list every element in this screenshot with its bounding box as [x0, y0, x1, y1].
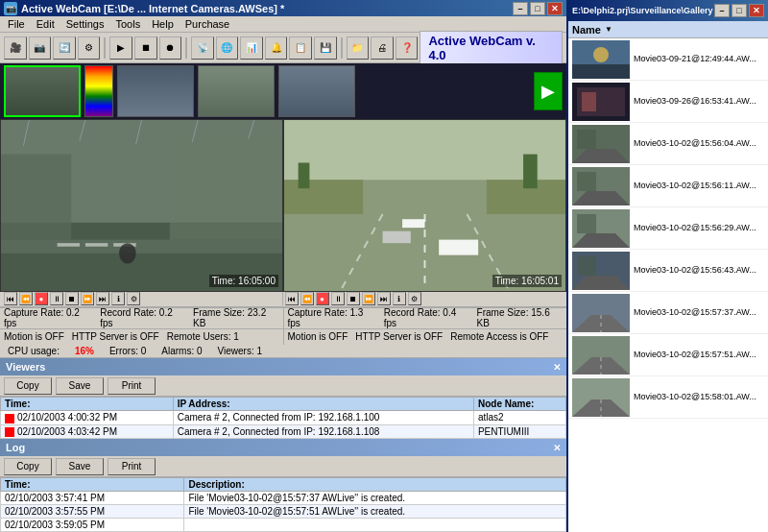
- pb2-prev-btn[interactable]: ⏮: [285, 292, 299, 305]
- pb-next-btn[interactable]: ⏭: [96, 292, 109, 305]
- svg-rect-41: [577, 214, 596, 233]
- menu-file[interactable]: File: [2, 16, 31, 32]
- strip-thumb-3[interactable]: [198, 65, 275, 117]
- camera-scene-right: Time: 16:05:01: [284, 120, 565, 291]
- pb-stop-btn[interactable]: ⏹: [65, 292, 79, 305]
- gallery-thumb: [572, 252, 630, 290]
- pb2-play-btn[interactable]: ●: [316, 292, 329, 305]
- playback-left: ⏮ ⏪ ● ⏸ ⏹ ⏩ ⏭ ℹ ⚙: [4, 292, 283, 305]
- toolbar-btn-12[interactable]: 📋: [289, 36, 312, 60]
- svg-rect-2: [1, 240, 282, 254]
- toolbar-btn-14[interactable]: 📁: [347, 36, 370, 60]
- menu-help[interactable]: Help: [146, 16, 180, 32]
- pb2-info-btn[interactable]: ℹ: [393, 292, 406, 305]
- gallery-column-header: Name ▼: [568, 21, 768, 38]
- gallery-minimize-btn[interactable]: –: [714, 4, 730, 17]
- viewers-section: Viewers ✕ Copy Save Print Time: IP Addre…: [0, 358, 566, 439]
- cam-right-http: HTTP Server is OFF: [355, 331, 443, 342]
- viewers-save-btn[interactable]: Save: [56, 377, 104, 395]
- gallery-item[interactable]: Movie03-09-21@12:49:44.AW...: [568, 38, 768, 81]
- toolbar-btn-2[interactable]: 📷: [29, 36, 52, 60]
- viewers-col-time: Time:: [1, 398, 174, 411]
- pb-info-btn[interactable]: ℹ: [111, 292, 125, 305]
- cam-right-framesize: Frame Size: 15.6 KB: [477, 307, 563, 328]
- pb-pause-btn[interactable]: ⏸: [50, 292, 63, 305]
- viewers-print-btn[interactable]: Print: [108, 377, 156, 395]
- gallery-item[interactable]: Movie03-10-02@15:56:04.AW...: [568, 123, 768, 165]
- toolbar-btn-1[interactable]: 🎥: [4, 36, 27, 60]
- gallery-item[interactable]: Movie03-10-02@15:57:51.AW...: [568, 334, 768, 376]
- gallery-item[interactable]: Movie03-10-02@15:56:43.AW...: [568, 250, 768, 292]
- toolbar-btn-7[interactable]: ⏺: [159, 36, 182, 60]
- viewers-toolbar: Copy Save Print: [0, 375, 566, 397]
- gallery-item[interactable]: Movie03-10-02@15:57:37.AW...: [568, 292, 768, 334]
- toolbar-btn-3[interactable]: 🔄: [53, 36, 76, 60]
- pb-fwd-btn[interactable]: ⏩: [81, 292, 94, 305]
- pb2-fwd-btn[interactable]: ⏩: [362, 292, 375, 305]
- log-print-btn[interactable]: Print: [108, 458, 156, 475]
- cam-right-remote: Remote Access is OFF: [450, 331, 548, 342]
- gallery-item[interactable]: Movie03-10-02@15:56:11.AW...: [568, 165, 768, 207]
- log-copy-btn[interactable]: Copy: [4, 458, 52, 475]
- menu-settings[interactable]: Settings: [60, 16, 110, 32]
- pb2-settings-btn[interactable]: ⚙: [408, 292, 421, 305]
- pb2-next-btn[interactable]: ⏭: [377, 292, 391, 305]
- pb2-rew-btn[interactable]: ⏪: [300, 292, 314, 305]
- log-close-btn[interactable]: ✕: [553, 443, 561, 453]
- toolbar-btn-10[interactable]: 📊: [240, 36, 263, 60]
- alarms-status: Alarms: 0: [161, 346, 202, 356]
- toolbar-btn-13[interactable]: 💾: [314, 36, 337, 60]
- toolbar-sep-3: [341, 37, 343, 59]
- gallery-filename: Movie03-09-21@12:49:44.AW...: [634, 54, 756, 65]
- minimize-button[interactable]: –: [513, 2, 528, 15]
- table-row: 02/10/2003 4:03:42 PM Camera # 2, Connec…: [1, 424, 566, 438]
- camera-view-right[interactable]: Time: 16:05:01: [283, 119, 566, 292]
- pb-settings-btn[interactable]: ⚙: [127, 292, 140, 305]
- strip-next-button[interactable]: ▶: [534, 72, 563, 110]
- toolbar-btn-11[interactable]: 🔔: [265, 36, 288, 60]
- toolbar-btn-4[interactable]: ⚙: [78, 36, 101, 60]
- gallery-maximize-btn[interactable]: □: [732, 4, 747, 17]
- pb-rew-btn[interactable]: ⏪: [19, 292, 33, 305]
- log-save-btn[interactable]: Save: [56, 458, 104, 475]
- camera-status-bar2: Motion is OFF HTTP Server is OFF Remote …: [0, 328, 566, 345]
- cam-status-right: Capture Rate: 1.3 fps Record Rate: 0.4 f…: [284, 308, 567, 328]
- log-header: Log ✕: [0, 439, 566, 456]
- strip-thumb-1[interactable]: [4, 65, 81, 117]
- menu-tools[interactable]: Tools: [109, 16, 146, 32]
- maximize-button[interactable]: □: [530, 2, 545, 15]
- svg-rect-38: [577, 172, 596, 191]
- pb-play-btn[interactable]: ●: [35, 292, 48, 305]
- toolbar-btn-5[interactable]: ▶: [109, 36, 132, 60]
- camera-view-left[interactable]: Time: 16:05:00: [0, 119, 283, 292]
- menu-edit[interactable]: Edit: [31, 16, 60, 32]
- log-toolbar: Copy Save Print: [0, 456, 566, 477]
- toolbar-btn-8[interactable]: 📡: [191, 36, 214, 60]
- toolbar-btn-15[interactable]: 🖨: [371, 36, 394, 60]
- toolbar: 🎥 📷 🔄 ⚙ ▶ ⏹ ⏺ 📡 🌐 📊 🔔 📋 💾 📁 🖨 ❓ Active W…: [0, 33, 566, 63]
- menu-purchase[interactable]: Purchase: [180, 16, 235, 32]
- app-icon: 📷: [4, 2, 17, 15]
- camera-scene-left: Time: 16:05:00: [1, 120, 282, 291]
- pb2-stop-btn[interactable]: ⏹: [347, 292, 360, 305]
- gallery-filename: Movie03-10-02@15:56:11.AW...: [634, 181, 756, 192]
- gallery-thumb: [572, 125, 630, 163]
- gallery-panel: E:\Delphi2.prj\Surveillance\Gallery – □ …: [566, 0, 768, 532]
- pb-prev-btn[interactable]: ⏮: [4, 292, 17, 305]
- toolbar-btn-16[interactable]: ❓: [396, 36, 419, 60]
- svg-rect-15: [284, 120, 565, 180]
- viewers-copy-btn[interactable]: Copy: [4, 377, 52, 395]
- viewers-close-btn[interactable]: ✕: [553, 362, 561, 373]
- svg-rect-21: [383, 231, 411, 243]
- pb2-pause-btn[interactable]: ⏸: [331, 292, 345, 305]
- gallery-item[interactable]: Movie03-10-02@15:58:01.AW...: [568, 376, 768, 419]
- gallery-item[interactable]: Movie03-09-26@16:53:41.AW...: [568, 81, 768, 123]
- strip-thumb-4[interactable]: [278, 65, 355, 117]
- gallery-close-btn[interactable]: ✕: [749, 4, 764, 17]
- toolbar-btn-9[interactable]: 🌐: [216, 36, 239, 60]
- cam-left-record: Record Rate: 0.2 fps: [100, 307, 185, 328]
- gallery-item[interactable]: Movie03-10-02@15:56:29.AW...: [568, 207, 768, 250]
- toolbar-btn-6[interactable]: ⏹: [134, 36, 157, 60]
- strip-thumb-2[interactable]: [117, 65, 194, 117]
- close-button[interactable]: ✕: [547, 2, 563, 15]
